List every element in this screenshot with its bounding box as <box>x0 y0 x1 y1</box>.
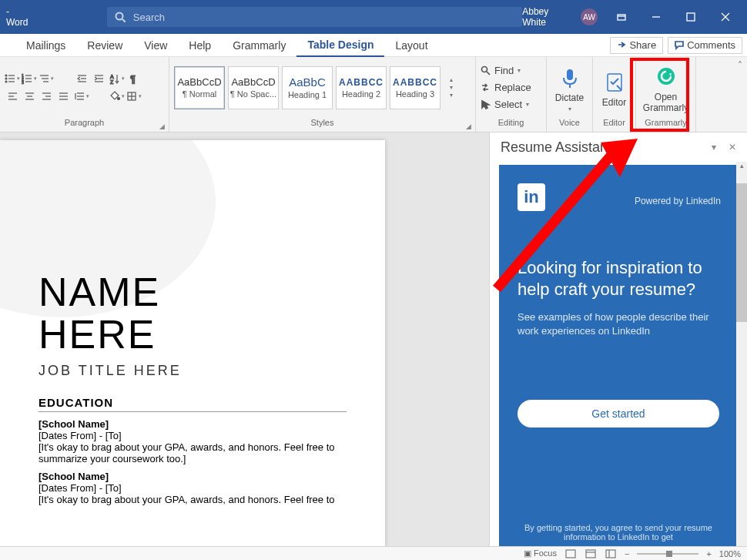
group-editing: Find▾ Replace Select▾ Editing <box>476 57 547 132</box>
svg-text:Z: Z <box>110 79 114 85</box>
svg-point-8 <box>5 75 7 76</box>
style-heading-2[interactable]: AABBCCHeading 2 <box>336 66 387 109</box>
zoom-out-button[interactable]: − <box>625 549 629 558</box>
tab-mailings[interactable]: Mailings <box>15 34 76 57</box>
microphone-icon <box>558 67 581 90</box>
svg-point-0 <box>116 13 122 20</box>
resume-job-title[interactable]: JOB TITLE HERE <box>39 363 362 379</box>
maximize-button[interactable] <box>673 0 708 34</box>
multilevel-list-button[interactable] <box>39 71 54 86</box>
comment-icon <box>675 41 684 50</box>
line-spacing-button[interactable] <box>74 89 89 104</box>
tab-grammarly[interactable]: Grammarly <box>222 34 296 57</box>
pane-options-button[interactable]: ▾ <box>712 142 716 153</box>
education-entry[interactable]: [School Name] [Dates From] - [To] [It's … <box>39 471 347 505</box>
svg-point-12 <box>5 81 7 82</box>
search-box[interactable]: Search <box>107 7 522 27</box>
group-paragraph: 123 <box>0 57 169 132</box>
avatar[interactable]: AW <box>581 8 598 25</box>
titlebar: - Word Search Abbey White AW <box>0 0 747 34</box>
close-button[interactable] <box>708 0 742 34</box>
group-label-paragraph: Paragraph <box>0 118 169 132</box>
grammarly-icon <box>655 66 678 89</box>
style-heading-1[interactable]: AaBbCHeading 1 <box>282 66 333 109</box>
group-label-grammarly: Grammarly <box>636 118 695 132</box>
resume-name-line2[interactable]: HERE <box>39 314 362 356</box>
paragraph-dialog-launcher[interactable]: ◢ <box>159 122 167 130</box>
sort-button[interactable]: AZ <box>109 71 125 86</box>
dictate-button[interactable]: Dictate ▾ <box>548 63 592 112</box>
svg-text:¶: ¶ <box>130 73 136 85</box>
increase-indent-button[interactable] <box>91 71 106 86</box>
tab-layout[interactable]: Layout <box>384 34 438 57</box>
numbering-button[interactable]: 123 <box>22 71 37 86</box>
user-name: Abbey White <box>522 6 574 28</box>
tab-review[interactable]: Review <box>76 34 133 57</box>
find-icon <box>481 65 491 75</box>
svg-text:3: 3 <box>22 80 24 85</box>
minimize-button[interactable] <box>638 0 673 34</box>
svg-point-48 <box>118 97 120 99</box>
pane-scrollbar[interactable]: ▴ <box>736 162 747 560</box>
replace-icon <box>481 82 491 92</box>
collapse-ribbon-button[interactable]: ˄ <box>738 60 742 71</box>
share-button[interactable]: Share <box>610 37 663 54</box>
focus-mode-button[interactable]: ▣ Focus <box>524 548 557 558</box>
share-icon <box>617 41 626 50</box>
align-right-button[interactable] <box>39 89 54 104</box>
decrease-indent-button[interactable] <box>74 71 89 86</box>
tab-help[interactable]: Help <box>178 34 222 57</box>
comments-button[interactable]: Comments <box>668 37 742 54</box>
resume-name-line1[interactable]: NAME <box>39 271 362 314</box>
style-normal[interactable]: AaBbCcD¶ Normal <box>174 66 225 109</box>
editor-button[interactable]: Editor <box>593 68 635 108</box>
open-grammarly-button[interactable]: Open Grammarly <box>644 62 688 113</box>
justify-button[interactable] <box>55 89 71 104</box>
document-area[interactable]: NAME HERE JOB TITLE HERE EDUCATION [Scho… <box>0 132 489 560</box>
align-left-button[interactable] <box>5 89 20 104</box>
search-placeholder: Search <box>133 12 165 23</box>
select-icon <box>481 99 491 109</box>
styles-dialog-launcher[interactable]: ◢ <box>466 122 474 130</box>
svg-point-52 <box>482 67 487 72</box>
zoom-level[interactable]: 100% <box>719 549 741 558</box>
borders-button[interactable] <box>126 89 142 104</box>
style-heading-3[interactable]: AABBCCHeading 3 <box>390 66 440 109</box>
statusbar: ▣ Focus − + 100% <box>0 546 747 560</box>
web-layout-button[interactable] <box>605 548 617 559</box>
get-started-button[interactable]: Get started <box>518 400 719 428</box>
linkedin-card: in Powered by LinkedIn Looking for inspi… <box>499 165 738 560</box>
find-button[interactable]: Find▾ <box>481 63 531 79</box>
svg-rect-54 <box>567 69 573 80</box>
group-styles: AaBbCcD¶ Normal AaBbCcD¶ No Spac... AaBb… <box>169 57 476 132</box>
bullets-button[interactable] <box>5 71 20 86</box>
tab-view[interactable]: View <box>133 34 178 57</box>
styles-more-button[interactable]: ▴▾▾ <box>445 76 457 99</box>
education-entry[interactable]: [School Name] [Dates From] - [To] [It's … <box>39 418 347 464</box>
show-paragraph-marks-button[interactable]: ¶ <box>126 71 142 86</box>
document-page[interactable]: NAME HERE JOB TITLE HERE EDUCATION [Scho… <box>0 140 385 560</box>
tab-table-design[interactable]: Table Design <box>296 34 384 57</box>
style-no-spacing[interactable]: AaBbCcD¶ No Spac... <box>228 66 279 109</box>
read-mode-button[interactable] <box>564 548 577 559</box>
zoom-slider[interactable] <box>637 553 698 555</box>
scrollbar-thumb[interactable] <box>736 183 747 322</box>
pane-title: Resume Assistant <box>501 139 611 156</box>
pane-headline: Looking for inspiration to help craft yo… <box>518 257 719 300</box>
align-center-button[interactable] <box>22 89 37 104</box>
search-icon <box>115 12 126 22</box>
svg-rect-64 <box>606 550 615 558</box>
group-label-editing: Editing <box>476 118 546 132</box>
select-button[interactable]: Select▾ <box>481 97 531 112</box>
print-layout-button[interactable] <box>585 548 597 559</box>
replace-button[interactable]: Replace <box>481 80 531 96</box>
pane-close-button[interactable]: ✕ <box>729 142 736 153</box>
pane-subtext: See examples of how people describe thei… <box>518 310 719 338</box>
app-title: - Word <box>0 6 34 28</box>
ribbon-display-button[interactable] <box>604 0 638 34</box>
shading-button[interactable] <box>109 89 125 104</box>
section-education[interactable]: EDUCATION <box>39 396 347 412</box>
group-voice: Dictate ▾ Voice <box>547 57 593 132</box>
svg-line-53 <box>487 72 490 75</box>
zoom-in-button[interactable]: + <box>706 549 711 558</box>
